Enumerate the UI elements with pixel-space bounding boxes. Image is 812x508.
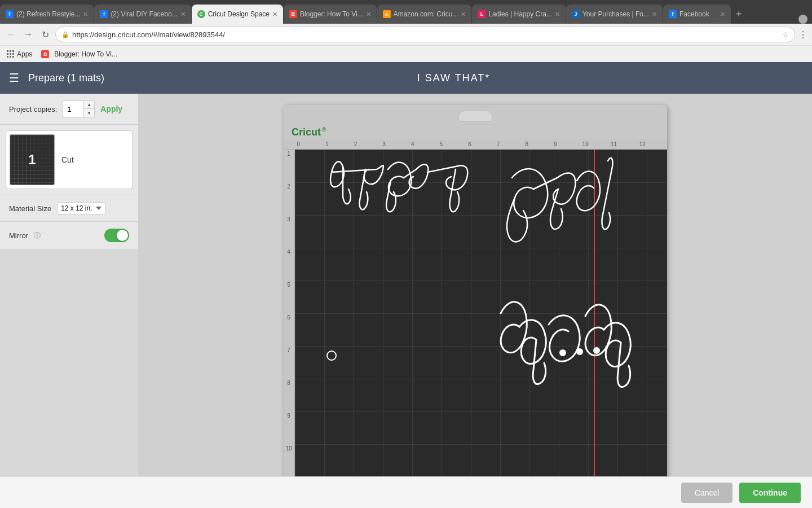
app-header: ☰ Prepare (1 mats) I SAW THAT* <box>0 62 812 94</box>
tab-8-close[interactable]: ✕ <box>720 11 725 18</box>
copies-arrows: ▲ ▼ <box>83 101 94 117</box>
blogger-favicon: B <box>41 50 49 58</box>
ruler-num-11: 11 <box>610 139 638 149</box>
ruler-side-num-6: 6 <box>284 313 294 346</box>
mirror-toggle[interactable] <box>104 229 129 242</box>
tab-7[interactable]: J Your Purchases | Fo... ✕ <box>566 5 663 24</box>
tab-6-favicon: L <box>478 10 486 18</box>
design-name: I SAW THAT* <box>417 72 491 84</box>
project-copies-label: Project copies: <box>9 105 57 113</box>
tab-3-title: Cricut Design Space <box>208 10 270 18</box>
tab-3-close[interactable]: ✕ <box>272 11 277 18</box>
lock-icon: 🔒 <box>61 31 69 38</box>
apps-bookmark[interactable]: Apps <box>5 49 34 59</box>
svg-text:Cricut: Cricut <box>292 126 321 138</box>
ruler-num-0: 0 <box>296 139 325 149</box>
tab-5[interactable]: A Amazon.com: Cricu... ✕ <box>377 5 472 24</box>
toggle-knob <box>117 230 128 241</box>
ruler-num-10: 10 <box>581 139 610 149</box>
copies-input[interactable] <box>63 105 83 113</box>
tab-3[interactable]: C Cricut Design Space ✕ <box>192 5 283 24</box>
menu-button[interactable]: ⋮ <box>798 29 807 40</box>
ruler-num-8: 8 <box>524 139 553 149</box>
app-container: ☰ Prepare (1 mats) I SAW THAT* Project c… <box>0 62 812 508</box>
ruler-num-3: 3 <box>381 139 410 149</box>
ruler-num-1: 1 <box>324 139 353 149</box>
tab-2-close[interactable]: ✕ <box>180 11 186 18</box>
material-size-row: Material Size 12 x 12 in. <box>0 195 138 221</box>
new-tab-button[interactable]: + <box>731 5 747 24</box>
ruler-num-6: 6 <box>467 139 496 149</box>
ruler-side-num-3: 3 <box>284 215 294 248</box>
tab-bar: f (2) Refresh Restyle... ✕ f (2) Viral D… <box>0 0 812 24</box>
tab-2-favicon: f <box>100 10 108 18</box>
dot-3 <box>593 347 600 354</box>
address-bar: ← → ↻ 🔒 https://design.cricut.com/#/mat/… <box>0 24 812 45</box>
bookmarks-bar: Apps B Blogger: How To Vi... <box>0 45 812 62</box>
url-bar[interactable]: 🔒 https://design.cricut.com/#/mat/view/8… <box>55 27 795 42</box>
blogger-bookmark[interactable]: B Blogger: How To Vi... <box>39 49 120 59</box>
window-control-user[interactable] <box>798 15 807 24</box>
content-area: Project copies: ▲ ▼ Apply 1 C <box>0 94 812 476</box>
left-panel-empty <box>0 249 138 476</box>
tab-6[interactable]: L Ladies | Happy Cra... ✕ <box>472 5 566 24</box>
ruler-numbers-top: 0 1 2 3 4 5 6 7 8 9 10 11 12 <box>284 139 667 150</box>
mat-handle-shape <box>458 111 492 122</box>
tab-6-close[interactable]: ✕ <box>555 11 560 18</box>
mat-label: Cut <box>61 155 74 164</box>
cutting-mat: Cricut ® 0 1 2 3 4 5 6 7 8 9 10 <box>284 105 667 476</box>
ruler-side-num-7: 7 <box>284 346 294 379</box>
svg-text:®: ® <box>322 126 326 133</box>
tab-4-close[interactable]: ✕ <box>366 11 371 18</box>
dot-2 <box>576 348 583 355</box>
mat-number: 1 <box>28 152 36 168</box>
mat-handle <box>284 105 667 125</box>
tab-2[interactable]: f (2) Viral DIY Facebo... ✕ <box>94 5 191 24</box>
tab-4[interactable]: B Blogger: How To Vi... ✕ <box>284 5 377 24</box>
tab-8[interactable]: f Facebook ✕ <box>663 5 731 24</box>
ruler-side-col: 1 2 3 4 5 6 7 8 9 10 <box>284 150 295 476</box>
project-copies-row: Project copies: ▲ ▼ Apply <box>0 94 138 125</box>
tab-8-title: Facebook <box>679 10 717 18</box>
left-panel: Project copies: ▲ ▼ Apply 1 C <box>0 94 138 476</box>
tab-8-favicon: f <box>669 10 677 18</box>
grid-canvas: 1 2 3 4 5 6 7 8 9 10 <box>284 150 667 476</box>
tab-1[interactable]: f (2) Refresh Restyle... ✕ <box>0 5 94 24</box>
copies-up-arrow[interactable]: ▲ <box>84 101 94 109</box>
ruler-num-4: 4 <box>410 139 439 149</box>
header-center: I SAW THAT* <box>104 72 803 84</box>
cancel-button[interactable]: Cancel <box>681 483 733 503</box>
url-text: https://design.cricut.com/#/mat/view/828… <box>72 30 225 39</box>
tab-3-favicon: C <box>197 10 205 18</box>
tab-4-favicon: B <box>289 10 297 18</box>
tab-1-favicon: f <box>6 10 14 18</box>
mat-thumbnail: 1 <box>10 134 55 185</box>
bookmark-star-icon[interactable]: ☆ <box>782 30 789 39</box>
reload-button[interactable]: ↻ <box>38 28 52 41</box>
tab-2-title: (2) Viral DIY Facebo... <box>111 10 177 18</box>
tab-5-favicon: A <box>383 10 391 18</box>
footer-bar: Cancel Continue <box>0 476 812 508</box>
ruler-side-num-8: 8 <box>284 379 294 411</box>
material-size-label: Material Size <box>9 204 51 213</box>
mat-item[interactable]: 1 Cut <box>6 130 133 189</box>
ruler-side-num-1: 1 <box>284 150 294 182</box>
blogger-label: Blogger: How To Vi... <box>54 50 117 58</box>
tab-7-favicon: J <box>572 10 580 18</box>
copies-down-arrow[interactable]: ▼ <box>84 109 94 117</box>
material-size-select[interactable]: 12 x 12 in. <box>57 202 105 214</box>
ruler-side-num-2: 2 <box>284 182 294 215</box>
canvas-area: Cricut ® 0 1 2 3 4 5 6 7 8 9 10 <box>138 94 812 476</box>
apps-label: Apps <box>17 50 32 58</box>
tab-1-close[interactable]: ✕ <box>83 11 88 18</box>
hamburger-button[interactable]: ☰ <box>9 71 19 85</box>
back-button[interactable]: ← <box>5 28 18 41</box>
forward-button[interactable]: → <box>21 28 35 41</box>
tab-7-close[interactable]: ✕ <box>652 11 657 18</box>
info-icon[interactable]: ⓘ <box>34 231 41 240</box>
continue-button[interactable]: Continue <box>739 483 801 503</box>
ruler-num-9: 9 <box>553 139 581 149</box>
apply-button[interactable]: Apply <box>100 104 122 113</box>
ruler-num-12: 12 <box>638 139 667 149</box>
tab-5-close[interactable]: ✕ <box>461 11 466 18</box>
